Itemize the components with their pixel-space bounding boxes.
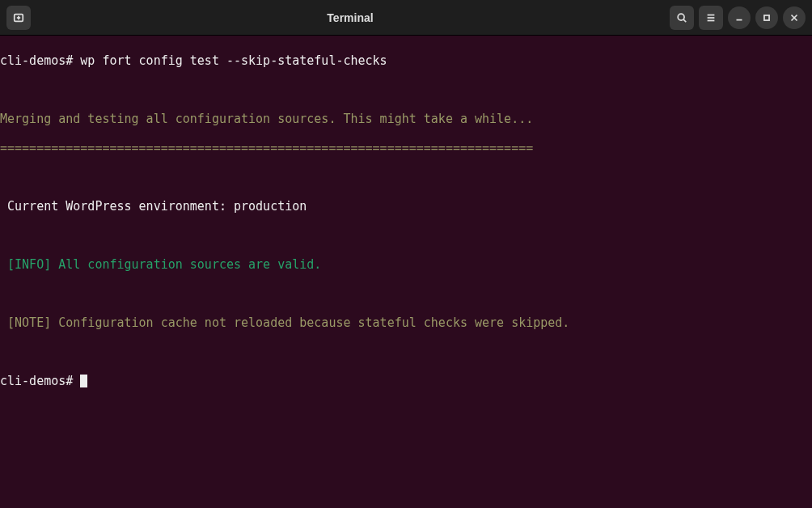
svg-rect-9 [764,15,769,19]
blank-line [0,83,812,97]
close-icon [789,12,800,23]
maximize-icon [761,12,772,23]
command-line-2: cli-demos# [0,374,812,388]
divider-line: ========================================… [0,141,812,155]
search-icon [676,12,687,23]
blank-line [0,286,812,301]
close-button[interactable] [783,6,806,29]
merging-line: Merging and testing all configuration so… [0,112,812,126]
new-tab-button[interactable] [6,6,31,30]
env-line: Current WordPress environment: productio… [0,199,812,214]
blank-line [0,228,812,243]
window-title: Terminal [327,11,373,24]
hamburger-icon [705,12,717,23]
command-line-1: cli-demos# wp fort config test --skip-st… [0,53,812,68]
terminal-body[interactable]: cli-demos# wp fort config test --skip-st… [0,36,812,406]
titlebar-right [670,6,806,30]
maximize-button[interactable] [755,6,778,29]
titlebar-left [6,6,31,30]
svg-point-3 [678,14,684,20]
cursor [80,375,87,387]
blank-line [0,170,812,184]
prompt-2: cli-demos# [0,374,80,388]
new-tab-icon [13,12,24,23]
search-button[interactable] [670,6,694,30]
titlebar: Terminal [0,0,812,36]
info-line: [INFO] All configuration sources are val… [0,257,812,272]
note-line: [NOTE] Configuration cache not reloaded … [0,315,812,330]
titlebar-center: Terminal [31,11,670,24]
minimize-button[interactable] [728,6,751,29]
svg-line-4 [683,19,686,22]
prompt-1: cli-demos# [0,53,80,68]
menu-button[interactable] [699,6,723,30]
blank-line [0,345,812,359]
minimize-icon [734,12,745,23]
command-1: wp fort config test --skip-stateful-chec… [80,53,387,68]
